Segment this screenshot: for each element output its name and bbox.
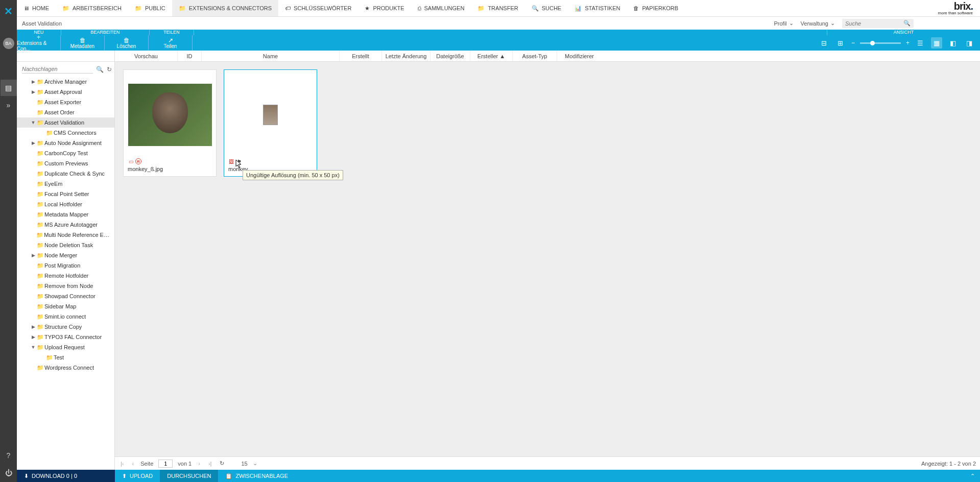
tree-node[interactable]: 📁Focal Point Setter: [17, 189, 114, 199]
tree-node[interactable]: 📁MS Azure Autotagger: [17, 220, 114, 230]
expand-arrow-icon[interactable]: ▼: [30, 120, 36, 125]
refresh-icon[interactable]: ↻: [107, 66, 112, 73]
asset-card[interactable]: ▭ R monkey_ß.jpg: [123, 69, 217, 177]
tree-node[interactable]: 📁Asset Exporter: [17, 97, 114, 107]
tree-node[interactable]: ▼📁Upload Request: [17, 342, 114, 352]
toolbar-button[interactable]: ↗Teilen: [149, 35, 193, 51]
tree-node[interactable]: 📁Post Migration: [17, 260, 114, 271]
nav-item[interactable]: 📁EXTENSIONS & CONNECTORS: [172, 0, 278, 16]
tree-collapse-icon[interactable]: ⊟: [819, 37, 830, 49]
global-search[interactable]: 🔍: [842, 19, 914, 28]
tree-node[interactable]: ▶📁TYPO3 FAL Connector: [17, 332, 114, 342]
browse-button[interactable]: DURCHSUCHEN: [160, 470, 218, 482]
search-icon[interactable]: 🔍: [96, 66, 104, 73]
view-list-icon[interactable]: ☰: [915, 37, 926, 49]
col-assettype[interactable]: Asset-Typ: [513, 51, 557, 61]
validation-tooltip: Ungültige Auflösung (min. 50 x 50 px): [243, 170, 343, 180]
expand-arrow-icon[interactable]: ▼: [30, 345, 36, 350]
tree-node[interactable]: 📁Smint.io connect: [17, 311, 114, 322]
tree-node[interactable]: ▶📁Node Merger: [17, 250, 114, 260]
tree-node[interactable]: ▶📁Structure Copy: [17, 322, 114, 332]
toolbar-button[interactable]: 🗑Metadaten: [61, 35, 105, 51]
folder-icon: 📁: [36, 89, 44, 95]
nav-item[interactable]: 📁ARBEITSBEREICH: [56, 0, 128, 16]
panel-right-icon[interactable]: ◨: [964, 37, 975, 49]
refresh-icon[interactable]: ↻: [218, 460, 226, 467]
tree-node[interactable]: 📁Local Hotfolder: [17, 199, 114, 209]
tree-node[interactable]: 📁Custom Previews: [17, 158, 114, 168]
toolbar-button[interactable]: 🗑Löschen: [105, 35, 149, 51]
tree-node[interactable]: ▶📁Asset Approval: [17, 87, 114, 97]
page-next-icon[interactable]: ›: [197, 461, 202, 467]
page-first-icon[interactable]: |‹: [119, 461, 126, 467]
expand-arrow-icon[interactable]: ▶: [30, 334, 36, 340]
collapse-up-icon[interactable]: ⌃: [965, 473, 980, 479]
rail-power-icon[interactable]: ⏻: [1, 465, 17, 481]
tree-node[interactable]: 📁Remote Hotfolder: [17, 271, 114, 281]
page-prev-icon[interactable]: ‹: [131, 461, 136, 467]
nav-item[interactable]: 🏷SCHLÜSSELWÖRTER: [278, 0, 358, 16]
nav-item[interactable]: ★PRODUKTE: [358, 0, 411, 16]
panel-left-icon[interactable]: ◧: [947, 37, 959, 49]
col-preview[interactable]: Vorschau: [115, 51, 178, 61]
nav-item[interactable]: 📁PUBLIC: [128, 0, 172, 16]
col-creator[interactable]: Ersteller ▲: [470, 51, 513, 61]
rail-help-icon[interactable]: ?: [1, 447, 17, 464]
download-segment[interactable]: ⬇ DOWNLOAD 0 | 0: [17, 470, 115, 482]
tree-node[interactable]: ▶📁Archive Manager: [17, 77, 114, 87]
pagesize-label[interactable]: 15: [241, 461, 247, 467]
user-avatar[interactable]: BA: [3, 38, 14, 49]
page-last-icon[interactable]: ›|: [207, 461, 213, 467]
tree-node[interactable]: 📁Remove from Node: [17, 281, 114, 291]
tree-node[interactable]: 📁Test: [17, 352, 114, 363]
tree-node[interactable]: 📁Showpad Connector: [17, 291, 114, 301]
nav-item[interactable]: 🔍SUCHE: [525, 0, 568, 16]
nav-item[interactable]: 📁TRANSFER: [471, 0, 524, 16]
view-grid-icon[interactable]: ▦: [931, 37, 942, 49]
expand-arrow-icon[interactable]: ▶: [30, 324, 36, 329]
search-icon[interactable]: 🔍: [903, 20, 911, 27]
page-input[interactable]: [158, 460, 173, 468]
expand-arrow-icon[interactable]: ▶: [30, 89, 36, 94]
nav-item[interactable]: ⎙SAMMLUNGEN: [411, 0, 471, 16]
profile-menu[interactable]: Profil⌄: [774, 20, 794, 27]
chevron-down-icon[interactable]: ⌄: [253, 460, 257, 467]
asset-card[interactable]: 🖼 ⚑ monkey. Ungültige Auflösung (min. 50…: [224, 69, 317, 177]
tree-node[interactable]: 📁CMS Connectors: [17, 128, 114, 138]
tree-node[interactable]: 📁Duplicate Check & Sync: [17, 168, 114, 179]
tree-node[interactable]: 📁Multi Node Reference Editor: [17, 230, 114, 240]
col-id[interactable]: ID: [178, 51, 202, 61]
admin-menu[interactable]: Verwaltung⌄: [801, 20, 835, 27]
col-name[interactable]: Name: [202, 51, 340, 61]
nav-item[interactable]: 📊STATISTIKEN: [568, 0, 627, 16]
clipboard-segment[interactable]: 📋 ZWISCHENABLAGE: [218, 470, 295, 482]
tree-node[interactable]: ▼📁Asset Validation: [17, 117, 114, 128]
tree-node[interactable]: 📁Asset Order: [17, 107, 114, 117]
toolbar-button[interactable]: +Extensions & Con...: [17, 35, 61, 51]
tree-node[interactable]: 📁EyeEm: [17, 179, 114, 189]
upload-segment[interactable]: ⬆ UPLOAD: [115, 470, 160, 482]
tree-node[interactable]: 📁Metadata Mapper: [17, 209, 114, 220]
tree-node[interactable]: 📁Sidebar Map: [17, 301, 114, 311]
expand-arrow-icon[interactable]: ▶: [30, 79, 36, 84]
col-modified[interactable]: Letzte Änderung: [382, 51, 431, 61]
nav-icon: 📁: [477, 5, 485, 12]
expand-arrow-icon[interactable]: ▶: [30, 140, 36, 146]
tree-node[interactable]: 📁Wordpress Connect: [17, 363, 114, 373]
paging-footer: |‹ ‹ Seite von 1 › ›| ↻ 15 ⌄ Angezeigt: …: [115, 456, 980, 470]
nav-item[interactable]: 🖥HOME: [17, 0, 56, 16]
search-input[interactable]: [845, 20, 903, 27]
col-filesize[interactable]: Dateigröße: [431, 51, 470, 61]
tree-search-input[interactable]: [22, 65, 93, 74]
rail-layers-icon[interactable]: ▤: [1, 80, 17, 96]
tree-node[interactable]: 📁Node Deletion Task: [17, 240, 114, 250]
tree-expand-icon[interactable]: ⊞: [835, 37, 846, 49]
col-modifier[interactable]: Modifizierer: [557, 51, 602, 61]
zoom-slider[interactable]: [860, 42, 901, 44]
tree-node[interactable]: ▶📁Auto Node Assignment: [17, 138, 114, 148]
tree-node[interactable]: 📁CarbonCopy Test: [17, 148, 114, 158]
expand-arrow-icon[interactable]: ▶: [30, 253, 36, 258]
rail-expand-icon[interactable]: »: [1, 97, 17, 113]
col-created[interactable]: Erstellt: [340, 51, 382, 61]
nav-item[interactable]: 🗑PAPIERKORB: [627, 0, 685, 16]
